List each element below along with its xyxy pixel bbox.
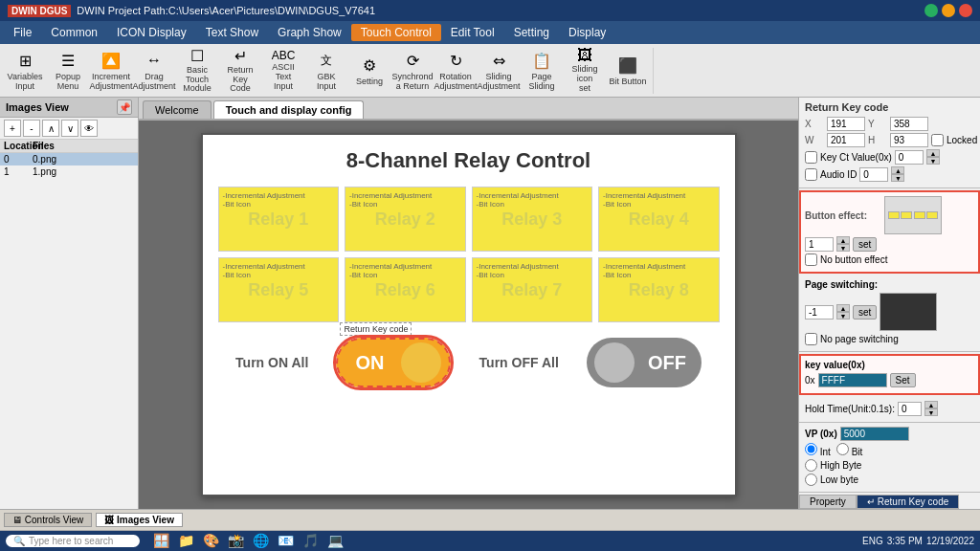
ht-up[interactable]: ▲ [924,401,938,408]
tool-popup-menu[interactable]: ☰ PopupMenu [47,48,89,94]
menu-icon-display[interactable]: ICON Display [107,24,196,41]
relay-name-3: Relay 3 [473,209,592,230]
menu-graph-show[interactable]: Graph Show [268,24,351,41]
menu-edit-tool[interactable]: Edit Tool [441,24,504,41]
taskbar-icon-5[interactable]: 🌐 [251,531,270,550]
tool-increment[interactable]: 🔼 IncrementAdjustment [90,48,132,94]
canvas-title: 8-Channel Relay Control [203,135,735,181]
audio-id-down[interactable]: ▼ [891,174,904,182]
no-page-switching-checkbox[interactable] [805,333,817,345]
img-tool-down[interactable]: ∨ [61,120,78,137]
relay-bit-1: -Bit Icon [223,200,335,209]
high-byte-radio[interactable] [805,459,817,472]
menu-text-show[interactable]: Text Show [196,24,268,41]
small-relay-1 [888,211,900,219]
maximize-button[interactable] [942,4,955,17]
audio-id-input[interactable] [859,167,888,182]
button-effect-input[interactable] [805,237,834,252]
key-ci-input[interactable] [895,150,924,165]
h-input[interactable] [890,133,928,147]
vp-title: VP (0x) [805,429,837,439]
img-tool-minus[interactable]: - [23,120,40,137]
key-ci-checkbox[interactable] [805,151,817,164]
file-loc-1: 1 [4,166,33,177]
tool-drag[interactable]: ↔ DragAdjustment [133,48,175,94]
page-switching-set[interactable]: set [853,305,877,320]
taskbar-search[interactable]: 🔍 Type here to search [6,535,140,547]
tool-setting[interactable]: ⚙ Setting [348,48,390,94]
menu-touch-control[interactable]: Touch Control [351,24,441,41]
key-value-set[interactable]: Set [890,373,916,387]
toggle-on-button[interactable]: ON [336,338,451,387]
button-effect-title: Button effect: [805,210,881,221]
w-input[interactable] [827,133,865,147]
tool-gbk[interactable]: 文 GBK Input [305,48,347,94]
bit-radio[interactable] [836,443,849,455]
setting-icon: ⚙ [358,54,381,77]
low-byte-radio[interactable] [805,474,817,486]
audio-id-up[interactable]: ▲ [891,166,904,174]
tool-page-sliding[interactable]: 📋 PageSliding [521,48,563,94]
taskbar-icon-6[interactable]: 📧 [276,531,295,550]
relay-cell-3: -Incremental Adjustment -Bit Icon Relay … [472,187,593,252]
img-tool-add[interactable]: + [4,120,21,137]
tool-sliding-icon[interactable]: 🖼 Sliding iconset [564,48,606,94]
key-ci-down[interactable]: ▼ [926,157,940,165]
key-ci-up[interactable]: ▲ [926,149,940,157]
file-row-1[interactable]: 1 1.png [0,165,138,178]
relay-increment-3: -Incremental Adjustment [477,191,589,200]
taskbar-icon-4[interactable]: 📸 [226,531,245,550]
img-tool-view[interactable]: 👁 [80,120,98,137]
tool-sliding[interactable]: ⇔ SlidingAdjustment [478,48,520,94]
taskbar-icon-3[interactable]: 🎨 [201,531,220,550]
button-effect-set[interactable]: set [853,237,877,252]
no-button-effect-row: No button effect [805,253,974,266]
images-view-tab[interactable]: 🖼 Images View [96,513,183,527]
tool-synchrod[interactable]: ⟳ Synchronda Return [391,48,434,94]
y-input[interactable] [890,117,928,131]
taskbar-icon-2[interactable]: 📁 [176,531,195,550]
controls-view-tab[interactable]: 🖥 Controls View [4,513,92,527]
minimize-button[interactable] [924,4,938,17]
return-key-code-tab[interactable]: ↵ Return Key code [857,495,960,509]
file-row-0[interactable]: 0 0.png [0,153,138,165]
hold-time-input[interactable] [898,402,922,416]
no-button-effect-checkbox[interactable] [805,253,817,266]
ht-down[interactable]: ▼ [924,408,938,416]
menu-display[interactable]: Display [559,24,615,41]
locked-checkbox[interactable] [931,134,944,146]
canvas-scroll[interactable]: 8-Channel Relay Control -Incremental Adj… [139,121,798,509]
menu-setting[interactable]: Setting [504,24,559,41]
tool-bit-button[interactable]: ⬛ Bit Button [607,48,649,94]
int-radio[interactable] [805,443,817,455]
tab-config[interactable]: Touch and display config [213,100,365,119]
audio-id-checkbox[interactable] [805,168,817,181]
x-input[interactable] [827,117,865,131]
ps-down[interactable]: ▼ [836,312,850,320]
toggle-off-button[interactable]: OFF [587,338,702,387]
tool-variables-input[interactable]: ⊞ Variables Input [4,48,46,94]
audio-id-row: Audio ID ▲ ▼ [805,166,974,182]
taskbar-icon-7[interactable]: 🎵 [301,531,320,550]
panel-pin-button[interactable]: 📌 [117,99,132,115]
page-switching-input[interactable] [805,305,834,320]
menu-common[interactable]: Common [41,24,107,41]
menu-file[interactable]: File [4,24,41,41]
tool-return-key[interactable]: ↵ Return KeyCode [219,48,261,94]
images-view-header: Images View 📌 [0,98,138,118]
taskbar-icon-1[interactable]: 🪟 [151,531,170,550]
vp-input[interactable] [840,427,909,441]
tab-welcome[interactable]: Welcome [143,100,212,119]
tool-basic-touch[interactable]: ☐ Basic TouchModule [176,48,218,94]
be-up[interactable]: ▲ [836,236,850,244]
toggle-on-label: ON [345,352,384,374]
tool-ascii[interactable]: ABC ASCII TextInput [262,48,304,94]
taskbar-icon-8[interactable]: 💻 [325,531,345,550]
key-value-input[interactable] [818,373,887,387]
close-button[interactable] [959,4,972,17]
tool-rotation[interactable]: ↻ RotationAdjustment [434,48,477,94]
img-tool-up[interactable]: ∧ [42,120,59,137]
ps-up[interactable]: ▲ [836,304,850,312]
property-tab[interactable]: Property [799,495,857,509]
be-down[interactable]: ▼ [836,244,850,252]
